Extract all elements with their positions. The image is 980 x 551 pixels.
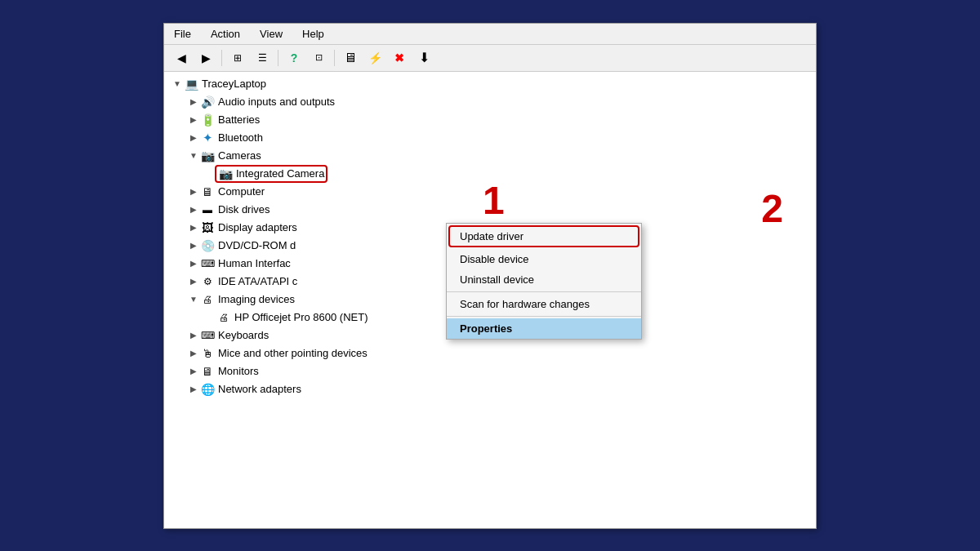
ide-chevron: ▶ <box>187 277 200 286</box>
context-menu: Update driver Disable device Uninstall d… <box>446 223 642 340</box>
toolbar-separator-2 <box>278 50 278 66</box>
tree-item-bluetooth[interactable]: ▶ ✦ Bluetooth <box>164 129 816 147</box>
bluetooth-chevron: ▶ <box>187 133 200 142</box>
properties-button[interactable]: ⊞ <box>227 48 248 68</box>
imaging-chevron: ▼ <box>187 295 200 304</box>
integrated-camera-label: Integrated Camera <box>236 167 324 180</box>
cameras-chevron: ▼ <box>187 151 200 160</box>
expand-button[interactable]: ⊡ <box>308 48 329 68</box>
audio-label: Audio inputs and outputs <box>218 96 335 108</box>
keyboards-label: Keyboards <box>218 329 269 341</box>
hid-icon: ⌨ <box>200 256 215 271</box>
toolbar-separator-1 <box>221 50 222 66</box>
computer-chevron: ▶ <box>187 187 200 196</box>
disk-label: Disk drives <box>218 203 270 216</box>
integrated-camera-box: 📷 Integrated Camera <box>216 167 326 181</box>
disable-device-label: Disable device <box>460 253 529 265</box>
device-manager-window: File Action View Help ◀ ▶ ⊞ ☰ ? ⊡ 🖥 ⚡ ✖ … <box>163 23 817 529</box>
tree-item-integrated-camera[interactable]: ▶ 📷 Integrated Camera <box>164 165 816 183</box>
ctx-update-driver[interactable]: Update driver <box>450 227 638 246</box>
properties-label: Properties <box>460 322 512 335</box>
network-chevron: ▶ <box>187 384 200 393</box>
update-button[interactable]: ☰ <box>252 48 273 68</box>
remove-button[interactable]: ✖ <box>389 48 410 68</box>
ide-label: IDE ATA/ATAPI c <box>218 275 297 287</box>
tree-item-audio[interactable]: ▶ 🔊 Audio inputs and outputs <box>164 93 816 111</box>
dvd-icon: 💿 <box>200 238 215 253</box>
menu-view[interactable]: View <box>256 26 286 42</box>
tree-item-computer[interactable]: ▶ 🖥 Computer <box>164 183 816 201</box>
computer-device-icon: 🖥 <box>200 184 215 199</box>
help-button[interactable]: ? <box>283 48 305 68</box>
display-label: Display adapters <box>218 221 297 233</box>
update-driver-label: Update driver <box>460 230 523 242</box>
ctx-scan-changes[interactable]: Scan for hardware changes <box>447 294 641 314</box>
mice-icon: 🖱 <box>200 346 215 361</box>
audio-icon: 🔊 <box>200 95 215 109</box>
monitor-button[interactable]: 🖥 <box>340 48 361 68</box>
disk-icon: ▬ <box>200 202 215 217</box>
ctx-properties[interactable]: Properties <box>447 318 641 339</box>
ctx-disable-device[interactable]: Disable device <box>447 249 641 269</box>
bluetooth-label: Bluetooth <box>218 131 263 144</box>
tree-item-batteries[interactable]: ▶ 🔋 Batteries <box>164 111 816 129</box>
bluetooth-icon: ✦ <box>200 131 215 145</box>
monitors-chevron: ▶ <box>187 367 200 375</box>
hp-icon: 🖨 <box>216 310 231 325</box>
tree-item-network[interactable]: ▶ 🌐 Network adapters <box>164 380 816 398</box>
hid-chevron: ▶ <box>187 259 200 268</box>
keyboards-icon: ⌨ <box>200 328 215 343</box>
root-chevron: ▼ <box>171 79 184 88</box>
disk-chevron: ▶ <box>187 205 200 214</box>
display-icon: 🖼 <box>200 220 215 235</box>
monitors-icon: 🖥 <box>200 364 215 379</box>
computer-icon: 💻 <box>184 77 198 91</box>
back-button[interactable]: ◀ <box>171 48 192 68</box>
display-chevron: ▶ <box>187 223 200 232</box>
imaging-icon: 🖨 <box>200 292 215 307</box>
scan-button[interactable]: ⬇ <box>413 48 434 68</box>
hp-label: HP Officejet Pro 8600 (NET) <box>234 311 368 323</box>
tree-item-cameras[interactable]: ▼ 📷 Cameras <box>164 147 816 165</box>
menu-action[interactable]: Action <box>207 26 243 42</box>
menubar: File Action View Help <box>164 24 816 45</box>
network-icon: 🌐 <box>200 382 215 397</box>
imaging-label: Imaging devices <box>218 293 295 305</box>
forward-button[interactable]: ▶ <box>195 48 216 68</box>
tree-item-disk[interactable]: ▶ ▬ Disk drives <box>164 201 816 219</box>
uninstall-device-label: Uninstall device <box>460 273 534 286</box>
batteries-chevron: ▶ <box>187 115 200 124</box>
context-menu-sep-1 <box>447 291 641 292</box>
toolbar-separator-3 <box>334 50 335 66</box>
tree-root[interactable]: ▼ 💻 TraceyLaptop <box>164 75 816 93</box>
mice-label: Mice and other pointing devices <box>218 347 368 359</box>
scan-changes-label: Scan for hardware changes <box>460 298 590 310</box>
menu-help[interactable]: Help <box>299 26 327 42</box>
dvd-label: DVD/CD-ROM d <box>218 239 296 251</box>
root-label: TraceyLaptop <box>202 78 266 90</box>
cameras-label: Cameras <box>218 149 261 162</box>
toolbar: ◀ ▶ ⊞ ☰ ? ⊡ 🖥 ⚡ ✖ ⬇ <box>164 45 816 72</box>
cameras-icon: 📷 <box>200 149 215 163</box>
dvd-chevron: ▶ <box>187 241 200 250</box>
network-label: Network adapters <box>218 383 301 395</box>
connect-button[interactable]: ⚡ <box>364 48 385 68</box>
context-menu-sep-2 <box>447 316 641 317</box>
keyboards-chevron: ▶ <box>187 331 200 340</box>
integrated-camera-icon: 📷 <box>218 167 233 181</box>
mice-chevron: ▶ <box>187 349 200 358</box>
ctx-uninstall-device[interactable]: Uninstall device <box>447 269 641 290</box>
hid-label: Human Interfac <box>218 257 291 269</box>
computer-label: Computer <box>218 185 265 198</box>
tree-item-mice[interactable]: ▶ 🖱 Mice and other pointing devices <box>164 344 816 362</box>
ide-icon: ⚙ <box>200 274 215 289</box>
batteries-label: Batteries <box>218 113 260 126</box>
monitors-label: Monitors <box>218 365 259 377</box>
menu-file[interactable]: File <box>171 26 194 42</box>
tree-content: ▼ 💻 TraceyLaptop ▶ 🔊 Audio inputs and ou… <box>164 72 816 528</box>
audio-chevron: ▶ <box>187 97 200 106</box>
tree-item-monitors[interactable]: ▶ 🖥 Monitors <box>164 362 816 380</box>
batteries-icon: 🔋 <box>200 113 215 127</box>
